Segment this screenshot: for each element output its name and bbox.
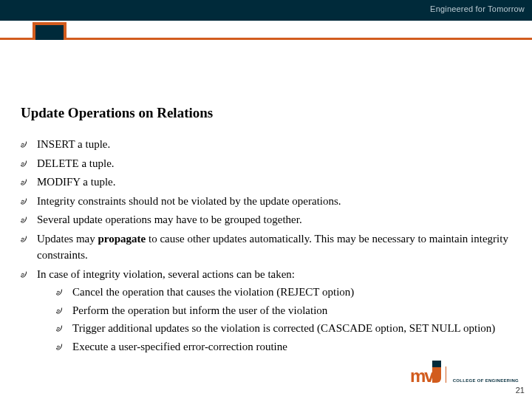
bullet-icon: ৶ [21,193,37,210]
item-text: Several update operations may have to be… [37,211,511,228]
list-item: ৶DELETE a tuple. [21,155,511,172]
list-item: ৶Updates may propagate to cause other up… [21,231,511,264]
item-text: Integrity constraints should not be viol… [37,193,511,210]
bullet-icon: ৶ [56,284,72,301]
item-text: MODIFY a tuple. [37,174,511,191]
item-text: Trigger additional updates so the violat… [72,320,511,337]
list-item: ৶Cancel the operation that causes the vi… [37,284,511,301]
tagline-text: Engineered for Tomorrow [430,4,525,13]
list-item: ৶Execute a user-specified error-correcti… [37,338,511,355]
item-text: Execute a user-specified error-correctio… [72,338,511,355]
logo-letter-m: m [410,369,424,383]
item-text: DELETE a tuple. [37,155,511,172]
bullet-icon: ৶ [56,302,72,319]
bullet-icon: ৶ [21,155,37,172]
bullet-icon: ৶ [21,231,37,248]
bullet-icon: ৶ [56,320,72,337]
bullet-icon: ৶ [56,338,72,355]
list-item: ৶ In case of integrity violation, severa… [21,266,511,357]
rule-notch-inner [35,25,64,40]
list-item: ৶INSERT a tuple. [21,136,511,153]
bullet-icon: ৶ [21,136,37,153]
bullet-icon: ৶ [21,266,37,283]
footer-logo: mv COLLEGE OF ENGINEERING [410,361,519,383]
logo-mark: mv [410,361,441,383]
list-item: ৶MODIFY a tuple. [21,174,511,191]
header-bar: Engineered for Tomorrow [0,0,532,21]
orange-rule [0,38,532,40]
logo-divider [446,366,446,383]
list-item: ৶Several update operations may have to b… [21,211,511,228]
logo-letter-j [432,361,441,383]
item-text: In case of integrity violation, several … [37,266,511,357]
bullet-icon: ৶ [21,211,37,228]
slide-content: Update Operations on Relations ৶INSERT a… [0,40,532,356]
bullet-icon: ৶ [21,174,37,191]
logo-subtext: COLLEGE OF ENGINEERING [453,378,519,383]
item-text: INSERT a tuple. [37,136,511,153]
item-text: Updates may propagate to cause other upd… [37,231,511,264]
sub-list: ৶Cancel the operation that causes the vi… [37,284,511,355]
slide-title: Update Operations on Relations [21,105,511,121]
page-number: 21 [516,386,525,395]
list-item: ৶Perform the operation but inform the us… [37,302,511,319]
list-item: ৶Trigger additional updates so the viola… [37,320,511,337]
item-text: Perform the operation but inform the use… [72,302,511,319]
bullet-list: ৶INSERT a tuple. ৶DELETE a tuple. ৶MODIF… [21,136,511,356]
item-text: Cancel the operation that causes the vio… [72,284,511,301]
list-item: ৶Integrity constraints should not be vio… [21,193,511,210]
